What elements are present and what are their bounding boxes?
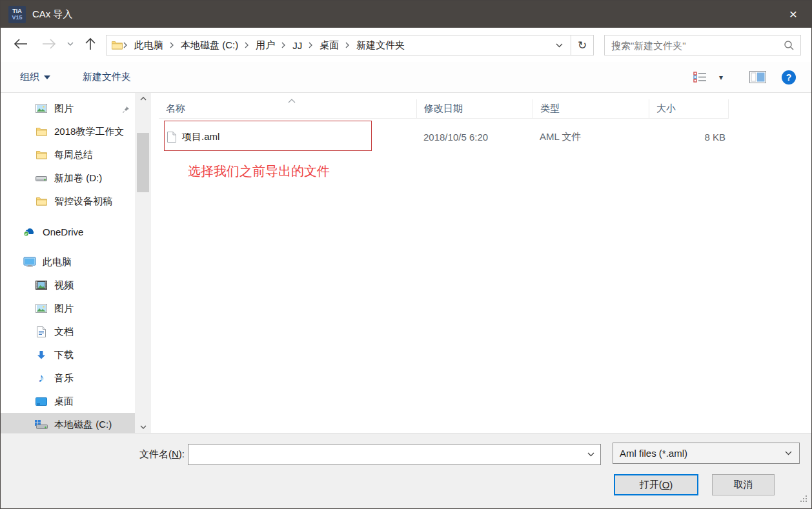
file-type: AML 文件 bbox=[540, 123, 581, 151]
sidebar-item-local-disk-c[interactable]: 本地磁盘 (C:) bbox=[1, 413, 135, 433]
preview-pane-icon bbox=[749, 71, 766, 83]
column-header-size[interactable]: 大小 bbox=[649, 99, 729, 119]
close-icon: × bbox=[789, 6, 797, 22]
picture-icon bbox=[34, 104, 48, 113]
file-icon bbox=[167, 132, 176, 143]
filename-input[interactable] bbox=[188, 444, 581, 464]
details-view-icon bbox=[693, 72, 707, 83]
sidebar-item-pictures-quickaccess[interactable]: 图片 bbox=[1, 97, 135, 120]
address-dropdown-button[interactable] bbox=[548, 35, 571, 55]
sidebar-item-downloads[interactable]: 下载 bbox=[1, 343, 135, 366]
sidebar-item-label: 文档 bbox=[54, 326, 74, 338]
help-button[interactable]: ? bbox=[782, 62, 796, 92]
column-header-label: 类型 bbox=[540, 103, 560, 115]
sidebar-item-label: 智控设备初稿 bbox=[54, 195, 112, 208]
sidebar-item-videos[interactable]: 视频 bbox=[1, 274, 135, 297]
file-row-project-aml[interactable]: 项目.aml 2018/10/5 6:20 AML 文件 8 KB bbox=[159, 123, 727, 151]
new-folder-label: 新建文件夹 bbox=[83, 71, 131, 83]
filename-dropdown-button[interactable] bbox=[581, 444, 600, 464]
file-date: 2018/10/5 6:20 bbox=[423, 123, 488, 151]
recent-locations-button[interactable] bbox=[67, 42, 74, 46]
chevron-down-icon bbox=[587, 452, 594, 457]
scroll-down-button[interactable] bbox=[135, 421, 151, 433]
chevron-right-icon bbox=[308, 42, 314, 48]
view-options-caret[interactable]: ▾ bbox=[719, 62, 723, 92]
breadcrumb-this-pc[interactable]: 此电脑 bbox=[128, 35, 169, 55]
breadcrumb-jj[interactable]: JJ bbox=[287, 35, 308, 55]
sidebar-item-label: 每周总结 bbox=[54, 149, 93, 161]
file-name-cell: 项目.aml bbox=[167, 123, 219, 151]
preview-pane-button[interactable] bbox=[749, 62, 766, 92]
sidebar-item-label: 视频 bbox=[54, 279, 74, 292]
back-button[interactable] bbox=[14, 39, 28, 49]
open-button[interactable]: 打开(O) bbox=[614, 474, 698, 495]
folder-icon bbox=[112, 41, 123, 50]
sidebar-scrollbar[interactable] bbox=[135, 93, 151, 433]
sidebar-item-zhikong-draft-folder[interactable]: 智控设备初稿 bbox=[1, 190, 135, 213]
forward-button[interactable] bbox=[42, 39, 56, 49]
new-folder-button[interactable]: 新建文件夹 bbox=[83, 62, 131, 92]
title-bar: TIA V15 CAx 导入 × bbox=[1, 1, 811, 28]
search-input[interactable] bbox=[611, 40, 784, 51]
search-box bbox=[604, 35, 801, 55]
organize-button[interactable]: 组织 bbox=[20, 62, 50, 92]
sidebar-item-desktop[interactable]: 桌面 bbox=[1, 390, 135, 413]
arrow-up-icon bbox=[85, 37, 96, 50]
sidebar-item-new-volume-d[interactable]: 新加卷 (D:) bbox=[1, 166, 135, 190]
caret-down-icon: ▾ bbox=[719, 73, 723, 82]
cancel-button[interactable]: 取消 bbox=[712, 474, 775, 495]
column-header-label: 大小 bbox=[656, 103, 676, 115]
tia-app-icon: TIA V15 bbox=[8, 6, 26, 23]
sidebar-item-music[interactable]: ♪ 音乐 bbox=[1, 366, 135, 390]
sidebar-item-label: 2018教学工作文 bbox=[54, 126, 124, 138]
annotation-text: 选择我们之前导出的文件 bbox=[188, 163, 330, 180]
search-icon bbox=[784, 40, 794, 50]
navigation-bar: 此电脑 本地磁盘 (C:) 用户 JJ 桌面 新建文件夹 ↻ bbox=[1, 28, 811, 62]
folder-icon bbox=[34, 150, 48, 159]
sidebar-item-label: 桌面 bbox=[54, 395, 74, 408]
document-icon bbox=[34, 326, 48, 337]
address-bar: 此电脑 本地磁盘 (C:) 用户 JJ 桌面 新建文件夹 ↻ bbox=[106, 35, 594, 55]
sidebar-item-label: 音乐 bbox=[54, 372, 74, 384]
breadcrumb-desktop[interactable]: 桌面 bbox=[314, 35, 345, 55]
scrollbar-thumb[interactable] bbox=[137, 133, 149, 192]
close-button[interactable]: × bbox=[775, 1, 811, 28]
scroll-up-button[interactable] bbox=[135, 93, 151, 105]
file-name: 项目.aml bbox=[182, 131, 219, 143]
filetype-dropdown[interactable]: Aml files (*.aml) bbox=[613, 443, 800, 464]
video-icon bbox=[34, 281, 48, 290]
column-header-label: 名称 bbox=[166, 103, 185, 115]
column-header-type[interactable]: 类型 bbox=[533, 99, 649, 119]
music-note-icon: ♪ bbox=[34, 373, 48, 383]
drive-icon bbox=[34, 174, 48, 182]
navigation-pane: 图片 2018教学工作文 每周总结 新加卷 (D:) 智控设备初稿 On bbox=[1, 93, 135, 433]
sidebar-item-weekly-summary-folder[interactable]: 每周总结 bbox=[1, 143, 135, 166]
file-size: 8 KB bbox=[649, 123, 726, 151]
sidebar-item-label: 图片 bbox=[54, 103, 74, 115]
breadcrumb-new-folder[interactable]: 新建文件夹 bbox=[350, 35, 411, 55]
windows-drive-icon bbox=[34, 420, 48, 429]
up-button[interactable] bbox=[85, 37, 96, 50]
sidebar-item-label: 下载 bbox=[54, 349, 74, 361]
sidebar-item-documents[interactable]: 文档 bbox=[1, 320, 135, 343]
resize-grip[interactable] bbox=[799, 494, 808, 505]
chevron-down-icon bbox=[785, 451, 792, 455]
change-view-button[interactable] bbox=[693, 62, 707, 92]
chevron-down-icon bbox=[140, 425, 147, 429]
refresh-button[interactable]: ↻ bbox=[571, 35, 594, 55]
breadcrumb-local-disk-c[interactable]: 本地磁盘 (C:) bbox=[175, 35, 244, 55]
sidebar-item-this-pc[interactable]: 此电脑 bbox=[1, 250, 135, 274]
filename-combobox bbox=[188, 444, 601, 465]
sidebar-item-onedrive[interactable]: OneDrive bbox=[1, 220, 135, 243]
sidebar-item-pictures[interactable]: 图片 bbox=[1, 297, 135, 320]
sidebar-item-2018-teaching-folder[interactable]: 2018教学工作文 bbox=[1, 120, 135, 143]
file-list: 名称 修改日期 类型 大小 项目.aml 2018/10/5 6:20 AML bbox=[159, 93, 811, 433]
breadcrumb-users[interactable]: 用户 bbox=[250, 35, 281, 55]
chevron-right-icon bbox=[281, 42, 287, 48]
arrow-left-icon bbox=[14, 39, 28, 49]
organize-label: 组织 bbox=[20, 71, 39, 83]
chevron-right-icon bbox=[123, 42, 128, 48]
column-header-date[interactable]: 修改日期 bbox=[417, 99, 533, 119]
sidebar-item-label: 新加卷 (D:) bbox=[54, 172, 102, 185]
column-header-name[interactable]: 名称 bbox=[159, 99, 417, 119]
